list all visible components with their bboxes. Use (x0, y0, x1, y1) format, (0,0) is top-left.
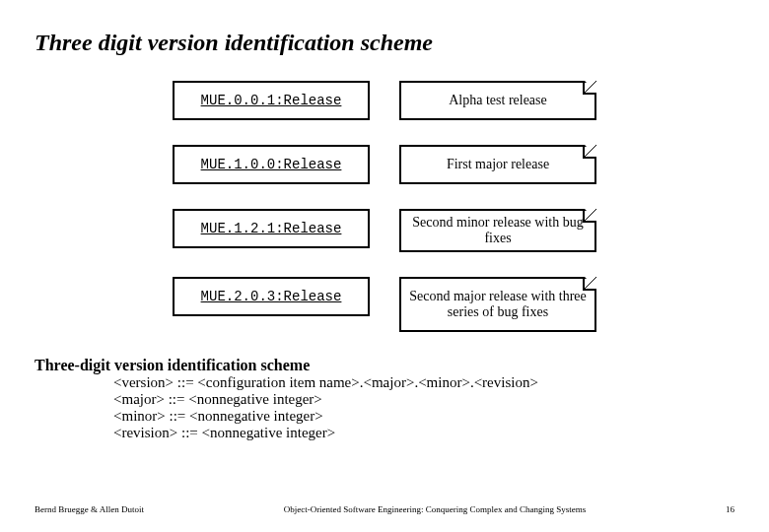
scheme-heading: Three-digit version identification schem… (35, 357, 734, 374)
table-row: MUE.2.0.3:Release Second major release w… (173, 277, 734, 332)
note-box: Second major release with three series o… (399, 277, 596, 332)
version-diagram: MUE.0.0.1:Release Alpha test release MUE… (173, 81, 734, 332)
version-box: MUE.0.0.1:Release (173, 81, 370, 120)
scheme-block: Three-digit version identification schem… (35, 357, 734, 441)
grammar-line: <version> ::= <configuration item name>.… (113, 374, 734, 391)
footer: Bernd Bruegge & Allen Dutoit Object-Orie… (35, 504, 734, 514)
footer-authors: Bernd Bruegge & Allen Dutoit (35, 504, 144, 514)
footer-title: Object-Oriented Software Engineering: Co… (144, 504, 726, 514)
grammar-line: <minor> ::= <nonnegative integer> (113, 408, 734, 425)
note-box: First major release (399, 145, 596, 184)
page-title: Three digit version identification schem… (35, 30, 734, 56)
note-box: Alpha test release (399, 81, 596, 120)
table-row: MUE.1.0.0:Release First major release (173, 145, 734, 184)
version-box: MUE.1.2.1:Release (173, 209, 370, 248)
version-box: MUE.1.0.0:Release (173, 145, 370, 184)
grammar-line: <revision> ::= <nonnegative integer> (113, 425, 734, 441)
version-box: MUE.2.0.3:Release (173, 277, 370, 316)
table-row: MUE.1.2.1:Release Second minor release w… (173, 209, 734, 252)
grammar-line: <major> ::= <nonnegative integer> (113, 391, 734, 408)
page-number: 16 (726, 504, 734, 514)
table-row: MUE.0.0.1:Release Alpha test release (173, 81, 734, 120)
note-box: Second minor release with bug fixes (399, 209, 596, 252)
